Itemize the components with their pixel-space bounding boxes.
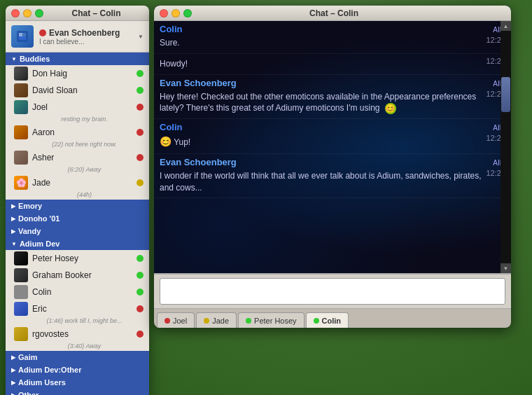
adium-dev-section-header[interactable]: ▼ Adium Dev: [6, 237, 149, 250]
contact-name: rgovostes: [32, 329, 132, 339]
avatar: [14, 302, 28, 316]
scroll-down-button[interactable]: ▼: [500, 263, 511, 273]
message-header: Evan Schoenberg AIM: [160, 78, 505, 90]
message-text: Sure.: [160, 36, 180, 50]
chevron-right-icon: ▶: [11, 228, 15, 235]
close-button[interactable]: [11, 9, 20, 18]
list-item[interactable]: Graham Booker: [6, 267, 149, 284]
adium-users-section-header[interactable]: ▶ Adium Users: [6, 376, 149, 389]
message-group: Evan Schoenberg AIM Hey there! Checked o…: [154, 75, 511, 120]
message-row: Sure. 12:23: [160, 36, 505, 50]
chat-close-button[interactable]: [160, 9, 168, 18]
contact-name: Graham Booker: [32, 270, 132, 280]
adium-dev-other-label: Adium Dev:Other: [18, 366, 81, 374]
chevron-down-icon: ▼: [11, 241, 17, 247]
chat-maximize-button[interactable]: [183, 9, 192, 18]
chat-tabbar: Joel Jade Peter Hosey Colin: [154, 308, 511, 328]
contact-status: (3:40) Away: [6, 342, 149, 351]
list-item[interactable]: Don Haig: [6, 65, 149, 82]
svg-rect-2: [22, 33, 26, 36]
list-item[interactable]: Joel: [6, 99, 149, 116]
avatar: [14, 151, 28, 165]
donoho-section-label: Donoho '01: [18, 214, 59, 223]
message-header: Evan Schoenberg AIM: [160, 157, 505, 169]
chevron-down-icon[interactable]: ▼: [138, 34, 144, 40]
contacts-titlebar: Chat – Colin: [6, 6, 149, 21]
contact-status: (44h): [6, 191, 149, 200]
avatar: [14, 327, 28, 341]
tab-peter-hosey[interactable]: Peter Hosey: [238, 312, 304, 328]
list-item[interactable]: 🌸 Jade: [6, 174, 149, 191]
chat-window: Chat – Colin Colin AIM Sure. 12:23 Howdy…: [154, 6, 511, 328]
message-row: I wonder if the world will think that al…: [160, 169, 505, 195]
idle-indicator: [136, 179, 144, 186]
message-row: Howdy! 12:23: [160, 57, 505, 71]
minimize-button[interactable]: [23, 9, 31, 18]
chevron-right-icon: ▶: [11, 367, 15, 373]
online-indicator: [136, 272, 144, 279]
list-item[interactable]: David Sloan: [6, 82, 149, 99]
avatar: [14, 251, 28, 265]
avatar: 🌸: [14, 176, 28, 190]
contact-name: Eric: [32, 304, 132, 314]
contact-status: resting my brain.: [6, 116, 149, 124]
other-section-label: Other: [18, 391, 38, 395]
message-sender: Colin: [160, 122, 183, 132]
emoji-icon: 😊: [385, 103, 396, 114]
tab-colin[interactable]: Colin: [306, 312, 349, 328]
other-section-header[interactable]: ▶ Other: [6, 389, 149, 395]
donoho-section-header[interactable]: ▶ Donoho '01: [6, 212, 149, 225]
away-indicator: [136, 104, 144, 111]
message-group: Colin AIM Sure. 12:23: [154, 21, 511, 54]
contact-name: David Sloan: [32, 85, 132, 95]
message-group: Howdy! 12:23: [154, 54, 511, 75]
chat-minimize-button[interactable]: [172, 9, 180, 18]
emoji-icon: 😊: [160, 136, 172, 147]
tab-joel[interactable]: Joel: [157, 312, 195, 328]
list-item[interactable]: Asher: [6, 149, 149, 166]
maximize-button[interactable]: [35, 9, 43, 18]
emory-section-header[interactable]: ▶ Emory: [6, 200, 149, 212]
away-indicator: [136, 129, 144, 136]
contact-name: Peter Hosey: [32, 254, 132, 263]
tab-joel-label: Joel: [173, 317, 187, 325]
online-indicator: [136, 70, 144, 77]
chevron-right-icon: ▶: [11, 380, 15, 386]
contact-name: Jade: [32, 178, 132, 188]
gaim-section-header[interactable]: ▶ Gaim: [6, 351, 149, 363]
chat-messages[interactable]: Colin AIM Sure. 12:23 Howdy! 12:23 Evan …: [154, 21, 511, 273]
message-text: Howdy!: [160, 57, 188, 71]
message-row: 😊 Yup! 12:23: [160, 134, 505, 151]
contact-name: Aaron: [32, 127, 132, 137]
chevron-right-icon: ▶: [11, 203, 15, 209]
message-row: Hey there! Checked out the other emotico…: [160, 90, 505, 116]
vandy-section-header[interactable]: ▶ Vandy: [6, 225, 149, 237]
window-controls: [11, 9, 43, 18]
avatar: [14, 125, 28, 139]
list-item[interactable]: Colin: [6, 284, 149, 300]
adium-dev-other-section-header[interactable]: ▶ Adium Dev:Other: [6, 363, 149, 376]
list-item[interactable]: Peter Hosey: [6, 250, 149, 267]
user-name: Evan Schoenberg: [49, 28, 120, 38]
tab-jade[interactable]: Jade: [196, 312, 237, 328]
away-indicator: [136, 305, 144, 312]
emory-section-label: Emory: [18, 202, 42, 210]
message-text: 😊 Yup!: [160, 134, 190, 151]
list-item[interactable]: Aaron: [6, 124, 149, 141]
list-item[interactable]: Eric: [6, 300, 149, 317]
svg-rect-1: [19, 33, 22, 36]
scrollbar[interactable]: ▲ ▼: [500, 21, 511, 273]
avatar: [14, 100, 28, 114]
scroll-thumb[interactable]: [501, 77, 510, 112]
chevron-right-icon: ▶: [11, 392, 15, 396]
contact-name: Asher: [32, 153, 132, 162]
list-item[interactable]: rgovostes: [6, 326, 149, 342]
message-input[interactable]: [160, 278, 505, 305]
contact-status: (6:20) Away: [6, 166, 149, 174]
buddies-section-header[interactable]: ▼ Buddies: [6, 53, 149, 65]
contact-name: Colin: [32, 287, 132, 297]
chevron-right-icon: ▶: [11, 354, 15, 361]
adium-dev-section-label: Adium Dev: [20, 240, 59, 248]
vandy-section-label: Vandy: [18, 227, 41, 235]
scroll-up-button[interactable]: ▲: [500, 21, 511, 31]
